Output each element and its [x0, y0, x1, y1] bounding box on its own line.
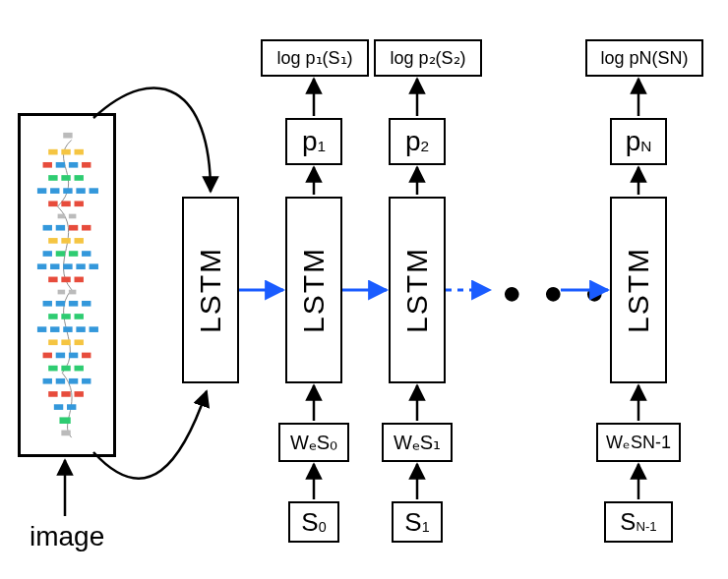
svg-rect-39	[75, 277, 84, 283]
svg-rect-18	[75, 201, 84, 206]
svg-rect-21	[43, 225, 52, 231]
svg-rect-73	[59, 417, 70, 424]
svg-rect-46	[48, 314, 57, 319]
svg-rect-9	[61, 175, 70, 181]
lstm-cell-2: LSTM	[389, 197, 446, 383]
p1-sub: 1	[318, 138, 327, 155]
svg-rect-28	[43, 251, 52, 257]
S1-sub: 1	[422, 519, 430, 535]
logpN-text: log pN(SN)	[600, 48, 688, 69]
svg-rect-67	[82, 378, 91, 384]
svg-rect-48	[75, 314, 84, 319]
svg-rect-1	[48, 149, 57, 155]
svg-rect-10	[75, 175, 84, 181]
svg-rect-6	[69, 162, 78, 168]
p2-text: p	[405, 126, 421, 157]
S1-text: S	[404, 507, 421, 538]
svg-rect-50	[50, 326, 59, 332]
svg-rect-29	[56, 251, 65, 257]
svg-rect-30	[69, 251, 78, 257]
svg-rect-4	[43, 162, 52, 168]
svg-rect-33	[50, 263, 59, 269]
svg-rect-55	[61, 339, 70, 345]
WeS1-box: WₑS₁	[382, 423, 453, 462]
svg-rect-27	[75, 238, 84, 244]
pN-box: pN	[610, 118, 667, 165]
svg-rect-22	[56, 225, 65, 231]
logp1-box: log p₁(S₁)	[261, 39, 369, 77]
image-input-label: image	[30, 521, 104, 552]
p1-text: p	[302, 126, 318, 157]
svg-rect-25	[48, 238, 57, 244]
WeS0-box: WₑS₀	[278, 423, 349, 462]
WeS1-text: WₑS₁	[394, 431, 441, 454]
WeSN-1-text: WₑSN-1	[606, 432, 671, 453]
WeSN-1-box: WₑSN-1	[596, 423, 681, 462]
pN-sub: N	[640, 138, 651, 155]
svg-rect-34	[63, 263, 72, 269]
svg-rect-45	[82, 301, 91, 307]
svg-rect-37	[48, 277, 57, 283]
svg-rect-20	[69, 214, 77, 219]
svg-rect-71	[54, 404, 63, 410]
S0-text: S	[301, 507, 318, 538]
lstm-cell-0: LSTM	[182, 197, 239, 383]
lstm-cell-N: LSTM	[610, 197, 667, 383]
svg-rect-65	[56, 378, 65, 384]
logp2-text: log p₂(S₂)	[390, 47, 465, 69]
svg-rect-70	[75, 391, 84, 397]
svg-rect-12	[50, 188, 59, 194]
svg-rect-53	[90, 326, 98, 332]
svg-rect-16	[48, 201, 57, 206]
svg-rect-69	[61, 391, 70, 397]
logp2-box: log p₂(S₂)	[374, 39, 482, 77]
svg-rect-11	[37, 188, 46, 194]
svg-rect-31	[82, 251, 91, 257]
svg-rect-38	[61, 277, 70, 283]
svg-rect-15	[90, 188, 98, 194]
svg-rect-40	[58, 290, 66, 295]
svg-rect-63	[75, 366, 84, 372]
svg-rect-17	[61, 201, 70, 206]
svg-rect-26	[61, 238, 70, 244]
svg-rect-42	[43, 301, 52, 307]
p2-box: p2	[389, 118, 446, 165]
svg-rect-44	[69, 301, 78, 307]
svg-rect-68	[48, 391, 57, 397]
svg-rect-64	[43, 378, 52, 384]
cnn-network-icon	[21, 116, 113, 454]
svg-rect-51	[63, 326, 72, 332]
svg-rect-14	[76, 188, 85, 194]
svg-rect-8	[48, 175, 57, 181]
svg-rect-62	[61, 366, 70, 372]
svg-rect-7	[82, 162, 91, 168]
svg-rect-41	[69, 290, 77, 295]
svg-rect-5	[56, 162, 65, 168]
svg-rect-54	[48, 339, 57, 345]
svg-rect-49	[37, 326, 46, 332]
S0-box: S0	[288, 501, 339, 543]
ellipsis-time: ● ● ●	[502, 273, 611, 312]
cnn-encoder-box	[18, 113, 116, 457]
S0-sub: 0	[319, 519, 327, 535]
svg-rect-58	[56, 353, 65, 359]
SN-1-box: SN-1	[604, 501, 673, 543]
SN-1-sub: N-1	[636, 519, 656, 534]
svg-rect-35	[76, 263, 85, 269]
svg-rect-47	[61, 314, 70, 319]
p1-box: p1	[285, 118, 342, 165]
svg-rect-36	[90, 263, 98, 269]
pN-text: p	[626, 126, 641, 157]
svg-rect-43	[56, 301, 65, 307]
svg-rect-56	[75, 339, 84, 345]
svg-rect-60	[82, 353, 91, 359]
svg-rect-2	[61, 149, 70, 155]
SN-1-text: S	[620, 508, 636, 536]
svg-rect-72	[67, 404, 76, 410]
svg-rect-23	[69, 225, 78, 231]
svg-rect-57	[43, 353, 52, 359]
svg-rect-19	[58, 214, 66, 219]
svg-rect-66	[69, 378, 78, 384]
p2-sub: 2	[421, 138, 430, 155]
S1-box: S1	[392, 501, 443, 543]
